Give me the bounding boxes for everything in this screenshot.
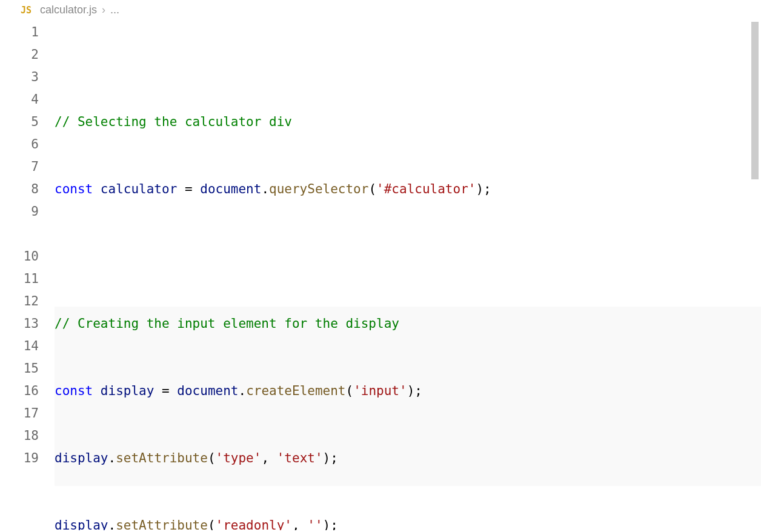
line-number: 13 (0, 313, 39, 335)
code-line[interactable]: const calculator = document.querySelecto… (55, 178, 761, 201)
line-number: 19 (0, 447, 39, 470)
line-number: 17 (0, 402, 39, 425)
line-number: 15 (0, 357, 39, 380)
line-number: 9 (0, 201, 39, 223)
selection-highlight (55, 307, 761, 486)
line-number-gutter: 1 2 3 4 5 6 7 8 9 10 11 12 13 14 15 16 1… (0, 20, 55, 530)
line-number: 11 (0, 268, 39, 290)
line-number: 8 (0, 178, 39, 201)
js-file-icon: JS (21, 5, 32, 16)
line-number: 6 (0, 133, 39, 156)
line-number: 16 (0, 380, 39, 402)
line-number: 10 (0, 245, 39, 268)
scrollbar-track[interactable] (751, 22, 760, 532)
line-number: 12 (0, 290, 39, 313)
line-number: 5 (0, 111, 39, 133)
breadcrumb-file[interactable]: calculator.js (40, 4, 97, 16)
line-number: 1 (0, 21, 39, 44)
line-number: 18 (0, 425, 39, 447)
code-line[interactable]: // Selecting the calculator div (55, 111, 761, 133)
breadcrumb-trail[interactable]: ... (110, 4, 119, 16)
line-number: 14 (0, 335, 39, 357)
line-number: 3 (0, 66, 39, 88)
code-line[interactable] (55, 245, 761, 268)
editor[interactable]: 1 2 3 4 5 6 7 8 9 10 11 12 13 14 15 16 1… (0, 20, 761, 530)
line-number: 4 (0, 88, 39, 111)
chevron-right-icon: › (102, 4, 105, 16)
scrollbar-thumb[interactable] (751, 22, 759, 179)
line-number: 2 (0, 44, 39, 66)
line-number: 7 (0, 156, 39, 178)
breadcrumb: JS calculator.js › ... (0, 0, 761, 20)
code-line[interactable]: display.setAttribute('readonly', ''); (55, 514, 761, 530)
code-content[interactable]: // Selecting the calculator div const ca… (55, 20, 761, 530)
